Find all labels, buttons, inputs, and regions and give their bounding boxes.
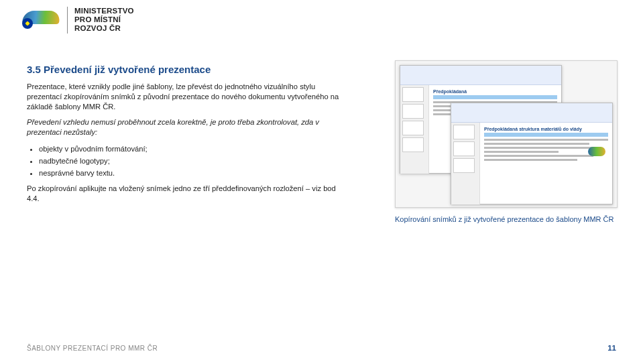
thumbnail: [402, 87, 424, 102]
figure-area: Předpokládaná Předpoklád: [395, 60, 616, 224]
bullet-list: objekty v původním formátování; nadbyteč…: [39, 143, 349, 179]
paragraph-2: Převedení vzhledu nemusí proběhnout zcel…: [27, 117, 349, 137]
main-text-column: 3.5 Převedení již vytvořené prezentace P…: [27, 64, 349, 209]
slide-logo-icon: [588, 147, 605, 156]
thumbnail: [402, 104, 424, 119]
thumbnail: [402, 121, 424, 135]
slide-thumbnails: [400, 85, 429, 174]
thumbnail: [453, 141, 475, 156]
screenshot-illustration: Předpokládaná Předpoklád: [395, 60, 618, 208]
org-line-3: ROZVOJ ČR: [74, 24, 134, 33]
page-header: MINISTERSTVO PRO MÍSTNÍ ROZVOJ ČR: [20, 7, 134, 34]
powerpoint-window-front: Předpokládaná struktura materiálů do vlá…: [451, 103, 613, 204]
paragraph-1: Prezentace, které vznikly podle jiné šab…: [27, 82, 349, 112]
org-line-2: PRO MÍSTNÍ: [74, 15, 134, 24]
thumbnail: [453, 158, 475, 173]
thumbnail: [453, 125, 475, 139]
list-item: nesprávné barvy textu.: [39, 168, 349, 178]
paragraph-3: Po zkopírování aplikujte na vložený sním…: [27, 184, 349, 204]
ribbon-bar: [400, 66, 561, 85]
footer-title: ŠABLONY PREZENTACÍ PRO MMR ČR: [27, 345, 158, 352]
slide-title: Předpokládaná struktura materiálů do vlá…: [484, 127, 608, 131]
slide-canvas: Předpokládaná struktura materiálů do vlá…: [480, 123, 612, 204]
ribbon-bar: [451, 103, 612, 123]
slide-title: Předpokládaná: [433, 89, 557, 94]
mmr-logo: [20, 8, 62, 32]
org-name: MINISTERSTVO PRO MÍSTNÍ ROZVOJ ČR: [67, 7, 134, 34]
figure-caption: Kopírování snímků z již vytvořené prezen…: [395, 215, 616, 224]
list-item: objekty v původním formátování;: [39, 143, 349, 154]
org-line-1: MINISTERSTVO: [74, 7, 134, 15]
section-title: 3.5 Převedení již vytvořené prezentace: [27, 64, 349, 75]
list-item: nadbytečné logotypy;: [39, 156, 349, 166]
page-number: 11: [607, 344, 616, 352]
slide-thumbnails: [451, 123, 480, 204]
thumbnail: [402, 137, 424, 152]
